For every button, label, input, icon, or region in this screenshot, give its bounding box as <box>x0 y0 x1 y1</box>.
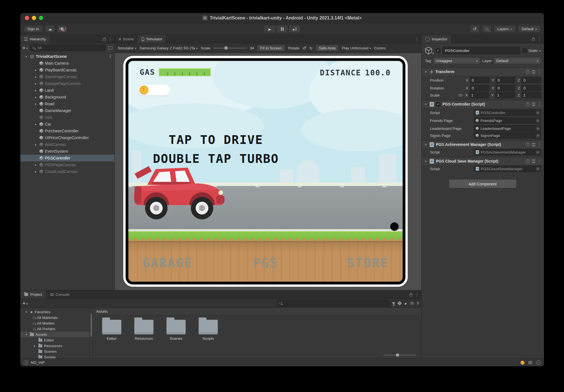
hierarchy-item[interactable]: WaitCanvas <box>20 141 115 148</box>
help-icon[interactable] <box>526 102 530 106</box>
game-screen[interactable]: GAS DISTANCE100.0 TAP TO DRIVE DOUBLE TA… <box>126 58 405 284</box>
project-tree-item[interactable]: Scenes <box>20 349 93 354</box>
tab-project[interactable]: Project <box>20 290 46 299</box>
tab-scene[interactable]: Scene <box>115 35 138 43</box>
object-picker-icon[interactable] <box>536 127 540 130</box>
hierarchy-item[interactable]: UIPriceChangeController <box>20 134 115 141</box>
foldout-arrow-icon[interactable] <box>424 70 428 74</box>
component-header[interactable]: PGS Cloud Save Manager (Script) <box>422 157 544 166</box>
zoom-button[interactable] <box>39 16 43 20</box>
expand-arrow-icon[interactable] <box>34 122 38 126</box>
object-picker-icon[interactable] <box>536 134 540 137</box>
device-dropdown[interactable]: Samsung Galaxy Z Fold2 5G (Ta <box>140 46 198 50</box>
store-button[interactable]: STORE <box>306 256 389 270</box>
tab-simulator[interactable]: Simulator <box>138 35 166 43</box>
play-button[interactable] <box>264 25 276 33</box>
panel-menu-icon[interactable] <box>537 37 541 42</box>
expand-arrow-icon[interactable] <box>34 95 38 99</box>
chevron-down-icon[interactable] <box>539 49 541 53</box>
expand-arrow-icon[interactable] <box>34 82 38 86</box>
scale-x-field[interactable]: 1 <box>469 92 489 98</box>
help-icon[interactable] <box>526 143 530 147</box>
slider-thumb[interactable] <box>224 46 228 50</box>
asset-folder[interactable]: Scenes <box>163 320 189 341</box>
hidden-count-icon[interactable] <box>410 302 414 305</box>
help-icon[interactable] <box>526 70 530 74</box>
static-checkbox[interactable] <box>523 48 527 53</box>
hierarchy-tab[interactable]: Hierarchy <box>20 35 50 43</box>
layout-dropdown[interactable]: Default <box>518 25 541 32</box>
project-tree-item[interactable]: Scripts <box>20 354 93 358</box>
expand-arrow-icon[interactable] <box>34 102 38 106</box>
pgs-button[interactable]: PGS <box>225 256 307 270</box>
scale-slider[interactable] <box>213 48 247 49</box>
hierarchy-item[interactable]: rock <box>20 114 115 121</box>
hierarchy-searchbox[interactable] <box>30 45 106 51</box>
collapse-arrow-icon[interactable] <box>24 310 28 314</box>
preset-icon[interactable] <box>532 143 535 146</box>
foldout-arrow-icon[interactable] <box>424 159 428 163</box>
status-message[interactable]: NO_IAP <box>31 360 45 365</box>
favorites-item[interactable]: All Models <box>20 320 93 326</box>
version-history-button[interactable] <box>470 25 480 33</box>
foldout-arrow-icon[interactable] <box>424 143 428 146</box>
tasks-complete-icon[interactable] <box>536 360 541 365</box>
scrollbar[interactable] <box>90 308 93 358</box>
create-add-button[interactable] <box>23 301 28 306</box>
layers-dropdown[interactable]: Layers <box>494 25 516 32</box>
object-picker-icon[interactable] <box>536 150 540 154</box>
lock-icon[interactable] <box>103 39 106 41</box>
rotation-y-field[interactable]: 0 <box>496 85 515 91</box>
hierarchy-item-selected[interactable]: PGSController <box>20 155 115 161</box>
object-picker-icon[interactable] <box>536 119 540 122</box>
component-header[interactable]: PGS Controller (Script) <box>422 100 544 109</box>
component-header[interactable]: PGS Achievement Manager (Script) <box>422 141 544 149</box>
enabled-checkbox[interactable] <box>436 102 440 107</box>
foldout-arrow-icon[interactable] <box>424 102 428 106</box>
hierarchy-item[interactable]: GameManager <box>20 107 115 114</box>
coin-toggle[interactable] <box>139 85 170 95</box>
hierarchy-item[interactable]: PlayBoardCanvas <box>20 67 115 73</box>
hierarchy-item[interactable]: PurchaseController <box>20 128 115 134</box>
scale-y-field[interactable]: 1 <box>495 92 515 98</box>
activity-icon[interactable] <box>521 361 525 365</box>
asset-folder[interactable]: Scripts <box>196 320 221 341</box>
link-scale-icon[interactable] <box>458 93 463 97</box>
filter-by-type-icon[interactable] <box>392 302 395 305</box>
component-header[interactable]: Transform <box>422 68 544 76</box>
expand-arrow-icon[interactable] <box>34 68 38 72</box>
hierarchy-scene-row[interactable]: TrivialKartScene <box>20 53 115 60</box>
object-field[interactable]: SigninPage <box>474 132 541 139</box>
hierarchy-item[interactable]: CloudLoadCanvas <box>20 168 115 175</box>
bug-report-button[interactable] <box>57 25 67 33</box>
object-picker-icon[interactable] <box>536 111 540 115</box>
object-field[interactable]: PGSCloudSaveManager <box>474 166 541 172</box>
sign-in-button[interactable]: Sign in <box>24 25 43 32</box>
expand-arrow-icon[interactable] <box>34 170 38 174</box>
hierarchy-item[interactable]: StorePageCanvas <box>20 73 115 80</box>
tab-inspector[interactable]: Inspector <box>422 35 452 43</box>
fit-to-screen-button[interactable]: Fit to Screen <box>257 45 285 51</box>
simulator-menu-dropdown[interactable]: Simulator <box>118 46 137 50</box>
object-field[interactable]: PGSAchievementManager <box>474 149 541 155</box>
label-filter-icon[interactable] <box>398 301 402 306</box>
panel-menu-icon[interactable] <box>415 292 419 297</box>
play-unfocused-dropdown[interactable]: Play Unfocused <box>342 46 371 50</box>
favorites-item[interactable]: All Materials <box>20 315 93 320</box>
rotate-ccw-button[interactable] <box>302 45 306 51</box>
assets-root-row[interactable]: Assets <box>20 332 93 337</box>
favorites-item[interactable]: All Prefabs <box>20 326 93 332</box>
object-field[interactable]: FriendsPage <box>474 117 541 124</box>
favorites-filter-icon[interactable] <box>404 301 407 306</box>
hierarchy-item[interactable]: Car <box>20 121 115 128</box>
expand-arrow-icon[interactable] <box>34 143 38 146</box>
safe-area-button[interactable]: Safe Area <box>316 45 339 51</box>
panel-menu-icon[interactable] <box>415 37 419 42</box>
collapse-arrow-icon[interactable] <box>24 333 28 336</box>
expand-arrow-icon[interactable] <box>34 75 38 79</box>
close-button[interactable] <box>25 16 29 20</box>
position-y-field[interactable]: 0 <box>496 77 515 83</box>
rotation-x-field[interactable]: 0 <box>470 85 489 91</box>
step-button[interactable] <box>289 25 300 33</box>
active-checkbox[interactable] <box>436 48 440 53</box>
